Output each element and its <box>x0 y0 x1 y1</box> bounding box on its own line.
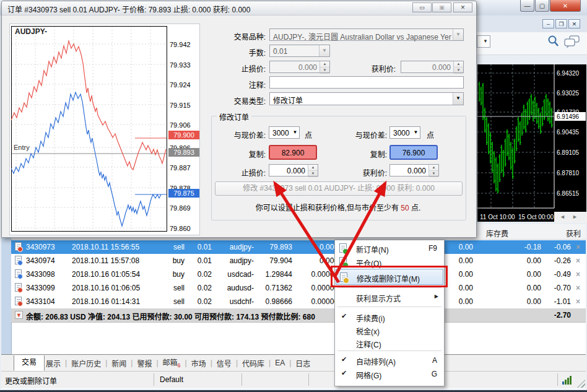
spin-up-icon[interactable]: ▲ <box>308 165 318 171</box>
connection-status-icon <box>562 375 575 385</box>
order-swap: -0.18 <box>507 243 541 251</box>
tab-alerts[interactable]: 警报 <box>137 358 152 368</box>
symbol-label: 交易品种: <box>211 31 266 41</box>
tab-code-base[interactable]: 代码库 <box>242 358 264 368</box>
zoom-icon[interactable] <box>547 35 560 48</box>
diff-combobox-left[interactable]: 3000 ▼ <box>269 126 300 139</box>
chevron-down-icon: ▼ <box>453 29 463 40</box>
order-lots: 0.02 <box>191 284 212 292</box>
scroll-left-icon[interactable]: ◄ <box>560 214 565 220</box>
status-bar: 更改或删除订单 Default <box>1 371 586 388</box>
tab-experts[interactable]: EA <box>275 359 285 367</box>
tick-chart-plot <box>11 26 167 232</box>
menu-item-taxes[interactable]: 税金(x) <box>336 323 443 337</box>
modify-tp-spinner[interactable]: 0.000 ▲▼ <box>389 164 439 176</box>
copy-sl-button[interactable]: 82.900 <box>269 145 317 160</box>
minimize-icon: — <box>524 2 531 9</box>
window-maximize-button[interactable]: ▢ <box>535 0 549 12</box>
svg-text:6.89105: 6.89105 <box>557 149 580 156</box>
status-action-text: 更改或删除订单 <box>5 375 57 386</box>
chart-close-button[interactable]: ✕ <box>568 19 580 28</box>
comment-label: 注释: <box>211 79 266 90</box>
tab-news[interactable]: 新闻 <box>111 358 126 368</box>
menu-item-label: 获利显示方式 <box>356 293 401 303</box>
modify-order-button[interactable]: 修改 #3430973 sell 0.01 AUDJPY- 止损: 0.000 … <box>215 181 463 196</box>
price-tick: 79.906 <box>170 121 191 129</box>
dialog-minimize-button[interactable]: ▭ <box>412 2 432 12</box>
terminal-side-strip[interactable]: 终端 <box>1 225 12 370</box>
menu-item-auto-arrange[interactable]: ✔ 自动排列(A) A <box>336 354 443 367</box>
copy-tp-button[interactable]: 76.900 <box>389 145 438 160</box>
order-row[interactable]: 3433104 2018.10.16 01:14:31 sell 0.02 us… <box>11 295 586 309</box>
order-lots: 0.02 <box>191 270 212 279</box>
close-position-icon[interactable]: × <box>576 243 580 251</box>
order-symbol: audjpy- <box>218 243 254 251</box>
chart-restore-button[interactable]: ❐ <box>555 19 567 28</box>
dialog-titlebar[interactable]: 订单 #3430973 sell 0.01 AUDJPY- 于价格: 79.89… <box>2 1 476 15</box>
column-header-profit[interactable]: 获利 <box>566 228 581 238</box>
modify-sl-spinner[interactable]: 0.000 ▲▼ <box>269 164 318 176</box>
close-icon: ✕ <box>461 4 466 11</box>
diff-combobox-right[interactable]: 3000 ▼ <box>389 126 420 139</box>
order-row[interactable]: 3430974 2018.10.11 15:57:08 buy 0.01 aud… <box>11 254 586 268</box>
price-tick: 79.887 <box>170 164 191 172</box>
spin-down-icon[interactable]: ▼ <box>308 171 318 177</box>
order-type: buy <box>147 270 185 279</box>
dialog-maximize-button[interactable]: ▣ <box>432 2 451 12</box>
period-combobox[interactable]: ▼ <box>477 35 490 48</box>
chevron-down-icon: ▼ <box>291 127 299 138</box>
resize-grip[interactable] <box>577 380 585 388</box>
chart-minimize-button[interactable]: – <box>542 19 554 28</box>
menu-item-commissions[interactable]: ✔ 手续费(i) <box>336 310 443 324</box>
column-header-swap[interactable]: 库存费 <box>486 228 508 238</box>
tab-mailbox[interactable]: 邮箱6 <box>163 357 181 368</box>
spin-down-icon[interactable]: ▼ <box>429 171 438 177</box>
tab-market[interactable]: 市场 <box>191 358 206 368</box>
order-sell-icon <box>15 283 22 292</box>
entry-label: Entry <box>14 144 30 151</box>
tab-account-history[interactable]: 账户历史 <box>71 358 101 368</box>
tab-journal[interactable]: 日志 <box>295 358 310 368</box>
close-position-icon[interactable]: × <box>576 270 580 279</box>
window-close-button[interactable]: ✕ <box>550 0 581 12</box>
annotation-red-box <box>331 266 448 287</box>
order-row[interactable]: 3433098 2018.10.16 01:05:54 buy 0.02 usd… <box>11 268 586 282</box>
order-swap: 0.00 <box>507 270 541 279</box>
entry-price-badge: 79.893 <box>168 148 199 157</box>
chevron-down-icon: ▼ <box>453 93 463 105</box>
order-symbol: audusd- <box>218 284 254 292</box>
status-profile[interactable]: Default <box>160 375 183 384</box>
menu-item-profit-display[interactable]: 获利显示方式 ▶ <box>336 290 443 304</box>
order-price: 1.29844 <box>259 270 292 279</box>
chat-icon[interactable] <box>563 35 581 48</box>
balance-arrow-icon[interactable]: ▼ <box>15 311 23 319</box>
order-row-selected[interactable]: 3430973 2018.10.11 15:56:55 sell 0.01 au… <box>11 240 586 254</box>
comment-input[interactable] <box>269 76 464 89</box>
mdi-price-chart[interactable]: 6.943206.930256.917306.914966.904356.891… <box>477 64 586 222</box>
order-id: 3430973 <box>26 243 55 251</box>
group-title: 修改订单 <box>217 111 251 122</box>
close-position-icon[interactable]: × <box>576 297 580 306</box>
hint-text: 你可以设置止损和获利价格,但与市价至少有 <box>256 204 401 212</box>
tab-signals[interactable]: 信号 <box>217 358 232 368</box>
check-icon: ✔ <box>341 312 347 320</box>
order-id: 3433099 <box>26 284 55 292</box>
close-position-icon[interactable]: × <box>576 284 580 292</box>
menu-item-new-order[interactable]: 新订单(N) F9 <box>336 242 443 255</box>
window-minimize-button[interactable]: — <box>520 0 534 12</box>
tab-trade[interactable]: 交易 <box>14 355 45 371</box>
chart-hscrollbar[interactable]: ◄ ► <box>555 213 587 223</box>
close-position-icon[interactable]: × <box>576 256 580 265</box>
dialog-close-button[interactable]: ✕ <box>453 2 472 12</box>
svg-text:6.87810: 6.87810 <box>557 170 580 176</box>
order-price: 0.71362 <box>259 284 292 292</box>
spin-up-icon[interactable]: ▲ <box>429 165 438 171</box>
order-type-combobox[interactable]: 修改订单 ▼ <box>269 92 464 105</box>
tab-exposure[interactable]: 展示 <box>46 358 61 368</box>
menu-item-grid[interactable]: ✔ 网格(G) G <box>336 367 443 381</box>
order-row[interactable]: 3433099 2018.10.16 01:06:05 sell 0.02 au… <box>11 281 586 295</box>
svg-text:6.86515: 6.86515 <box>557 190 580 197</box>
scroll-right-icon[interactable]: ► <box>572 214 578 220</box>
spin-down-icon: ▼ <box>454 68 463 74</box>
menu-item-comments[interactable]: 注释(C) <box>336 336 443 350</box>
